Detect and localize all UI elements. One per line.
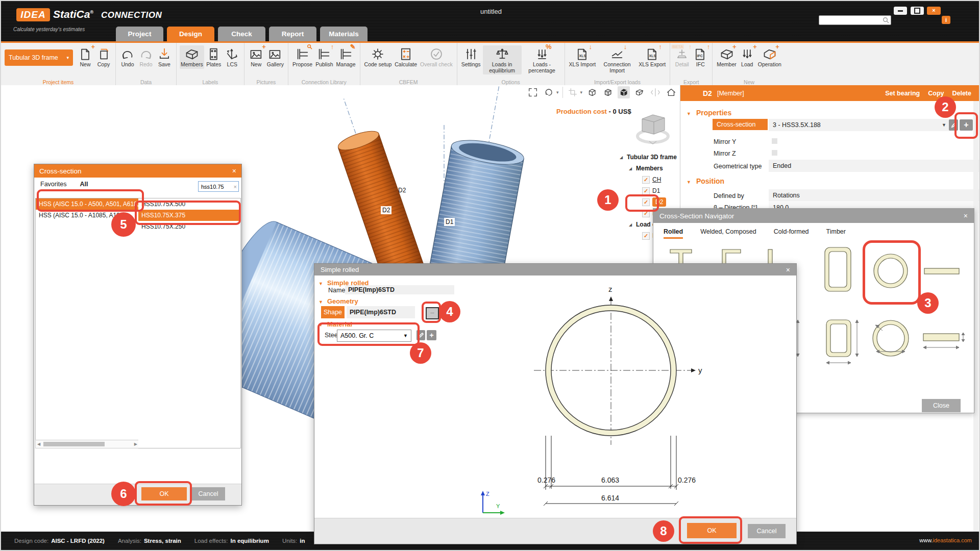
ribbon-button-publish[interactable]: ↑ Publish bbox=[314, 45, 334, 69]
section-position[interactable]: ▼Position bbox=[687, 177, 724, 185]
cross-section-dropdown[interactable]: 3 - HSS3.5X.188▼ bbox=[769, 119, 950, 131]
size-list[interactable]: HSS10.75X.500 HSS10.75X.375 HSS10.75X.25… bbox=[138, 198, 241, 448]
tree-node-members[interactable]: ◢Members bbox=[620, 163, 680, 174]
chevron-down-icon[interactable]: ▾ bbox=[580, 90, 583, 95]
tab-design[interactable]: Design bbox=[167, 27, 214, 41]
wireframe-view-button[interactable] bbox=[586, 86, 598, 98]
cancel-button[interactable]: Cancel bbox=[748, 524, 786, 538]
navigator-tab-welded[interactable]: Welded, Composed bbox=[700, 228, 756, 239]
ribbon-button-loads-percentage[interactable]: % Loads - percentage bbox=[523, 45, 561, 74]
section-search-box[interactable]: × bbox=[198, 181, 239, 192]
project-item-combo[interactable]: Tubular 3D frame▾ bbox=[5, 49, 73, 66]
mirror-z-checkbox[interactable] bbox=[772, 150, 777, 156]
chevron-down-icon[interactable]: ▾ bbox=[556, 90, 559, 95]
orientation-triad: Z Y bbox=[481, 491, 505, 515]
tree-item-label: D1 bbox=[652, 187, 660, 194]
solid-view-button[interactable] bbox=[618, 86, 630, 98]
cancel-button[interactable]: Cancel bbox=[191, 487, 225, 500]
ribbon-button-code-setup[interactable]: Code setup bbox=[363, 45, 393, 69]
scroll-left-icon[interactable]: ◀ bbox=[37, 442, 40, 446]
ribbon-button-save[interactable]: Save bbox=[156, 45, 173, 69]
navigator-tab-timber[interactable]: Timber bbox=[826, 228, 846, 239]
status-value[interactable]: AISC - LRFD (2022) bbox=[51, 538, 105, 544]
ribbon-button-propose[interactable]: Propose bbox=[291, 45, 313, 69]
ribbon-button-calculate[interactable]: Calculate bbox=[394, 45, 418, 69]
tab-check[interactable]: Check bbox=[218, 27, 265, 41]
scrollbar-thumb[interactable] bbox=[43, 442, 105, 446]
ribbon-button-settings[interactable]: Settings bbox=[460, 45, 482, 69]
shaded-view-button[interactable] bbox=[602, 86, 614, 98]
tree-node-root[interactable]: ◢Tubular 3D frame bbox=[620, 152, 680, 163]
navigation-cube[interactable] bbox=[634, 110, 672, 146]
set-bearing-button[interactable]: Set bearing bbox=[885, 90, 920, 97]
ribbon-button-loads-in-equilibrium[interactable]: Loads in equilibrium bbox=[483, 45, 522, 74]
maximize-button[interactable] bbox=[911, 7, 924, 15]
checkbox-checked-icon[interactable]: ✓ bbox=[642, 176, 650, 184]
tab-project[interactable]: Project bbox=[116, 27, 163, 41]
defined-by-dropdown[interactable]: Rotations▼ bbox=[769, 189, 980, 202]
annotation-2: 2 bbox=[935, 96, 956, 118]
search-input[interactable] bbox=[820, 16, 883, 24]
navigator-tab-rolled[interactable]: Rolled bbox=[664, 228, 683, 239]
ribbon-button-members[interactable]: Members bbox=[180, 45, 204, 69]
ribbon-button-xls-import[interactable]: XLS↓ XLS Import bbox=[568, 45, 597, 69]
status-value[interactable]: Stress, strain bbox=[144, 538, 181, 544]
expander-icon[interactable]: ◢ bbox=[620, 155, 627, 160]
ribbon-button-new-operation[interactable]: + Operation bbox=[757, 45, 782, 69]
horizontal-scrollbar[interactable]: ◀▶ bbox=[35, 440, 139, 448]
mirror-y-checkbox[interactable] bbox=[772, 138, 777, 144]
global-search[interactable] bbox=[819, 15, 891, 25]
close-icon[interactable]: × bbox=[964, 212, 968, 220]
ribbon-button-new-load[interactable]: + Load bbox=[739, 45, 756, 69]
geometrical-type-dropdown[interactable]: Ended▼ bbox=[769, 160, 980, 172]
section-properties[interactable]: ▼Properties bbox=[687, 109, 731, 117]
section-view-button[interactable] bbox=[633, 86, 646, 98]
delete-member-button[interactable]: Delete bbox=[952, 90, 971, 97]
close-icon[interactable]: × bbox=[232, 167, 236, 175]
close-icon[interactable]: × bbox=[786, 266, 790, 274]
dialog-title-bar[interactable]: Cross-section × bbox=[34, 164, 241, 178]
status-value[interactable]: In equilibrium bbox=[230, 538, 268, 544]
section-search-input[interactable] bbox=[200, 183, 232, 190]
checkbox-checked-icon[interactable]: ✓ bbox=[642, 187, 650, 195]
ribbon-button-undo[interactable]: Undo bbox=[119, 45, 136, 69]
tree-item-ch[interactable]: ✓CH bbox=[620, 174, 680, 185]
ribbon-button-new-picture[interactable]: + New bbox=[248, 45, 265, 69]
ribbon-button-connection-import[interactable]: ↓ Connection Import bbox=[598, 45, 636, 74]
brand-text: StatiCa bbox=[53, 8, 90, 20]
section-cube-icon bbox=[634, 87, 645, 98]
detail-icon: BETA↑ bbox=[674, 46, 690, 62]
ribbon-button-new-project-item[interactable]: + New bbox=[77, 45, 94, 69]
close-button[interactable]: × bbox=[927, 7, 941, 15]
scroll-right-icon[interactable]: ▶ bbox=[134, 442, 137, 446]
ribbon-button-plates[interactable]: Plates bbox=[205, 45, 223, 69]
ribbon-button-ifc[interactable]: IFC↑ IFC bbox=[692, 45, 709, 69]
info-button[interactable]: i bbox=[942, 16, 950, 24]
ribbon-button-xls-export[interactable]: XLS↑ XLS Export bbox=[638, 45, 667, 69]
zoom-fit-button[interactable] bbox=[527, 86, 539, 98]
navigator-title-bar[interactable]: Cross-Section Navigator × bbox=[653, 209, 974, 223]
expander-icon[interactable]: ◢ bbox=[629, 166, 636, 171]
status-value[interactable]: in bbox=[300, 538, 305, 544]
home-view-button[interactable] bbox=[665, 86, 677, 98]
tab-report[interactable]: Report bbox=[269, 27, 316, 41]
minimize-button[interactable] bbox=[894, 7, 907, 15]
shape-flat-icon[interactable] bbox=[924, 268, 959, 274]
ribbon-button-new-member[interactable]: + Member bbox=[716, 45, 738, 69]
expander-icon[interactable]: ◢ bbox=[629, 222, 636, 227]
solid-cube-icon bbox=[618, 87, 629, 98]
navigator-close-button[interactable]: Close bbox=[922, 399, 961, 412]
clear-search-icon[interactable]: × bbox=[234, 184, 237, 190]
checkbox-checked-icon[interactable]: ✓ bbox=[642, 232, 650, 240]
ribbon-button-gallery[interactable]: Gallery bbox=[266, 45, 285, 69]
copy-member-button[interactable]: Copy bbox=[928, 90, 944, 97]
ribbon-button-manage[interactable]: ✎ Manage bbox=[335, 45, 357, 69]
tab-materials[interactable]: Materials bbox=[320, 27, 368, 41]
ribbon-button-lcs[interactable]: LCS bbox=[224, 45, 241, 69]
website-link[interactable]: www.ideastatica.com bbox=[919, 537, 972, 543]
shape-flat-dim-icon[interactable] bbox=[923, 334, 959, 341]
navigator-tab-cold-formed[interactable]: Cold-formed bbox=[774, 228, 809, 239]
ribbon-button-copy-project-item[interactable]: Copy bbox=[95, 45, 112, 69]
dialog-title-bar[interactable]: Simple rolled × bbox=[314, 264, 796, 276]
rotate-view-button[interactable] bbox=[543, 86, 555, 98]
